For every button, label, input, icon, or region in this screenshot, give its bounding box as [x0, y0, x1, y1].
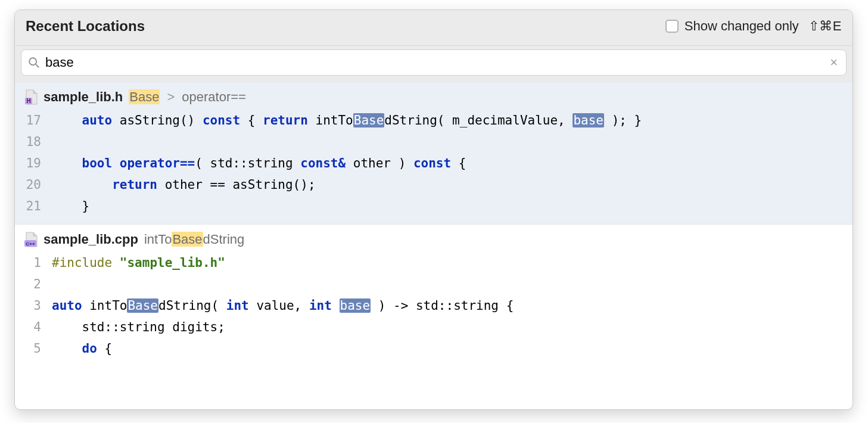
code-line[interactable]: 20 return other == asString();	[15, 174, 853, 195]
line-number: 4	[15, 316, 52, 338]
breadcrumb-symbol[interactable]: Base	[129, 89, 160, 105]
line-number: 21	[15, 195, 52, 217]
line-number: 20	[15, 174, 52, 195]
code-text	[52, 131, 853, 153]
location-header[interactable]: C++sample_lib.cpp intToBasedString	[15, 225, 853, 251]
location-header[interactable]: Hsample_lib.h Base > operator==	[15, 82, 853, 108]
code-line[interactable]: 1#include "sample_lib.h"	[15, 252, 853, 273]
checkbox-label: Show changed only	[685, 18, 799, 34]
line-number: 2	[15, 273, 52, 295]
clear-search-button[interactable]: ×	[827, 55, 840, 70]
code-snippet[interactable]: 17 auto asString() const { return intToB…	[15, 108, 853, 224]
recent-locations-popup: Recent Locations Show changed only ⇧⌘E ×…	[14, 10, 853, 410]
code-line[interactable]: 2	[15, 273, 853, 295]
code-text: auto intToBasedString( int value, int ba…	[52, 295, 853, 316]
code-line[interactable]: 19 bool operator==( std::string const& o…	[15, 153, 853, 174]
code-line[interactable]: 5 do {	[15, 338, 853, 359]
code-text	[52, 273, 853, 295]
checkbox-icon	[665, 20, 679, 33]
code-text: return other == asString();	[52, 174, 853, 195]
code-line[interactable]: 21 }	[15, 195, 853, 217]
svg-text:H: H	[26, 98, 30, 104]
code-text: std::string digits;	[52, 316, 853, 338]
line-number: 3	[15, 295, 52, 316]
file-name: sample_lib.h	[43, 89, 123, 105]
svg-point-0	[29, 58, 36, 65]
breadcrumb-symbol[interactable]: operator==	[182, 89, 246, 105]
code-snippet[interactable]: 1#include "sample_lib.h"23auto intToBase…	[15, 251, 853, 366]
code-line[interactable]: 17 auto asString() const { return intToB…	[15, 110, 853, 131]
search-row: ×	[15, 46, 853, 82]
svg-line-1	[36, 64, 39, 67]
code-text: }	[52, 195, 853, 217]
popup-title: Recent Locations	[26, 18, 145, 35]
header-file-icon: H	[24, 89, 38, 105]
cpp-file-icon: C++	[24, 232, 38, 247]
line-number: 19	[15, 153, 52, 174]
line-number: 1	[15, 252, 52, 273]
shortcut-hint: ⇧⌘E	[808, 18, 842, 34]
code-text: #include "sample_lib.h"	[52, 252, 853, 273]
code-line[interactable]: 18	[15, 131, 853, 153]
breadcrumb-separator: >	[166, 89, 176, 105]
search-icon	[27, 56, 41, 69]
file-name: sample_lib.cpp	[43, 232, 138, 247]
search-box[interactable]: ×	[21, 49, 847, 76]
code-text: auto asString() const { return intToBase…	[52, 110, 853, 131]
location-item[interactable]: C++sample_lib.cpp intToBasedString1#incl…	[15, 224, 853, 366]
line-number: 5	[15, 338, 52, 359]
code-text: bool operator==( std::string const& othe…	[52, 153, 853, 174]
popup-header: Recent Locations Show changed only ⇧⌘E	[15, 10, 853, 46]
show-changed-only-toggle[interactable]: Show changed only ⇧⌘E	[665, 18, 842, 34]
results-list[interactable]: Hsample_lib.h Base > operator==17 auto a…	[15, 82, 853, 409]
line-number: 18	[15, 131, 52, 153]
search-input[interactable]	[41, 55, 827, 70]
code-line[interactable]: 3auto intToBasedString( int value, int b…	[15, 295, 853, 316]
svg-text:C++: C++	[26, 241, 35, 247]
code-text: do {	[52, 338, 853, 359]
code-line[interactable]: 4 std::string digits;	[15, 316, 853, 338]
location-item[interactable]: Hsample_lib.h Base > operator==17 auto a…	[15, 82, 853, 224]
line-number: 17	[15, 110, 52, 131]
breadcrumb-symbol[interactable]: intToBasedString	[144, 232, 244, 247]
